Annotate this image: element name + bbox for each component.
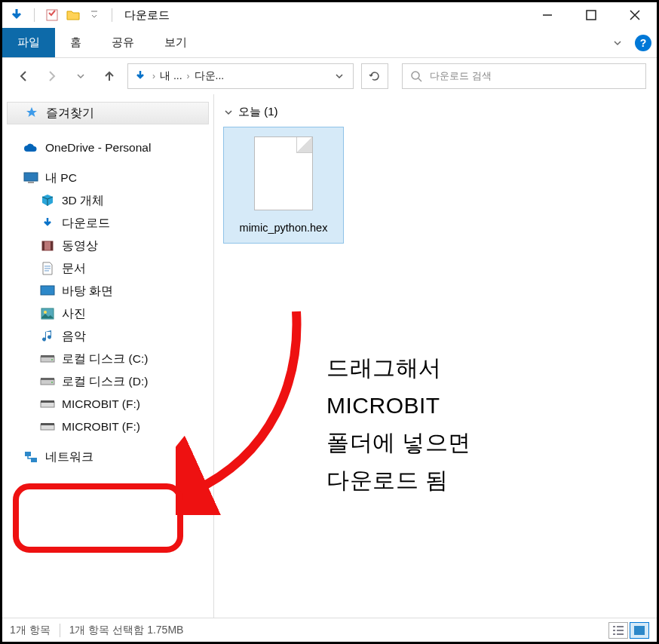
tree-label: 다운로드 [62, 216, 110, 232]
tree-label: 내 PC [45, 170, 77, 186]
refresh-button[interactable] [361, 63, 388, 89]
search-box[interactable]: 다운로드 검색 [402, 63, 646, 89]
tree-local-disk-d[interactable]: 로컬 디스크 (D:) [7, 370, 209, 393]
tab-file[interactable]: 파일 [2, 28, 55, 57]
back-button[interactable] [13, 66, 34, 87]
network-icon [23, 449, 38, 465]
svg-point-2 [412, 72, 419, 79]
tree-label: 바탕 화면 [62, 284, 113, 299]
tree-microbit-f[interactable]: MICROBIT (F:) [7, 416, 209, 438]
tab-share[interactable]: 공유 [97, 28, 149, 57]
details-view-button[interactable] [608, 622, 628, 639]
svg-rect-21 [25, 452, 31, 456]
music-icon [40, 329, 55, 344]
titlebar: 다운로드 [2, 2, 657, 28]
svg-rect-4 [28, 182, 34, 183]
up-button[interactable] [99, 66, 120, 87]
view-mode-buttons [608, 622, 649, 639]
usb-drive-icon [40, 419, 55, 434]
ribbon-collapse-icon[interactable] [605, 28, 630, 57]
tree-this-pc[interactable]: 내 PC [7, 167, 209, 189]
annotation-line: MICROBIT [326, 387, 471, 425]
tree-microbit-f[interactable]: MICROBIT (F:) [7, 393, 209, 416]
svg-rect-12 [41, 355, 54, 357]
annotation-line: 드래그해서 [326, 349, 471, 387]
ribbon-tabs: 파일 홈 공유 보기 ? [2, 28, 657, 58]
tree-label: 음악 [62, 329, 86, 345]
tree-label: 즐겨찾기 [46, 106, 94, 121]
tab-home[interactable]: 홈 [55, 28, 97, 57]
forward-button[interactable] [41, 66, 63, 87]
tree-label: 로컬 디스크 (D:) [62, 374, 148, 390]
breadcrumb-segment[interactable]: 내 ... [160, 69, 182, 83]
folder-icon[interactable] [65, 7, 81, 23]
file-icon [254, 136, 313, 210]
tree-label: 로컬 디스크 (C:) [62, 351, 148, 367]
tree-onedrive[interactable]: OneDrive - Personal [7, 136, 209, 159]
status-selection: 1개 항목 선택함 1.75MB [69, 624, 184, 637]
tree-pictures[interactable]: 사진 [7, 302, 209, 325]
tree-label: OneDrive - Personal [45, 141, 151, 155]
desktop-icon [40, 284, 55, 299]
qat-dropdown-icon[interactable] [86, 7, 103, 23]
quick-access-toolbar [8, 7, 117, 23]
tree-music[interactable]: 음악 [7, 325, 209, 348]
tab-view[interactable]: 보기 [149, 28, 202, 57]
svg-rect-3 [24, 173, 38, 181]
picture-icon [40, 306, 55, 321]
annotation-line: 다운로드 됨 [326, 462, 471, 499]
cube-icon [40, 193, 55, 208]
properties-icon[interactable] [44, 7, 60, 23]
tree-network[interactable]: 네트워크 [7, 446, 209, 468]
usb-drive-icon [40, 397, 55, 412]
tree-label: MICROBIT (F:) [62, 420, 140, 434]
tree-documents[interactable]: 문서 [7, 257, 209, 280]
monitor-icon [23, 170, 38, 186]
chevron-down-icon[interactable] [223, 107, 234, 118]
download-folder-icon [133, 69, 148, 84]
chevron-right-icon[interactable]: › [187, 71, 190, 81]
svg-rect-15 [41, 378, 54, 380]
breadcrumb-segment[interactable]: 다운... [195, 69, 225, 83]
thumbnails-view-button[interactable] [630, 622, 649, 639]
svg-point-10 [44, 311, 47, 314]
svg-rect-19 [41, 425, 54, 430]
status-bar: 1개 항목 1개 항목 선택함 1.75MB [2, 618, 657, 642]
recent-dropdown-icon[interactable] [70, 66, 91, 87]
group-header[interactable]: 오늘 (1) [223, 105, 648, 119]
close-button[interactable] [613, 2, 657, 28]
svg-rect-6 [42, 241, 44, 250]
chevron-right-icon[interactable]: › [152, 71, 155, 81]
tree-local-disk-c[interactable]: 로컬 디스크 (C:) [7, 348, 209, 370]
tree-label: MICROBIT (F:) [62, 397, 140, 411]
svg-rect-7 [51, 241, 53, 250]
help-button[interactable]: ? [630, 28, 657, 57]
status-item-count: 1개 항목 [10, 624, 51, 637]
navigation-bar: › 내 ... › 다운... 다운로드 검색 [2, 58, 657, 94]
drive-icon [40, 374, 55, 389]
tree-downloads[interactable]: 다운로드 [7, 212, 209, 235]
star-icon [24, 106, 39, 121]
tree-quick-access[interactable]: 즐겨찾기 [7, 102, 209, 124]
svg-rect-17 [41, 402, 54, 407]
tree-3d-objects[interactable]: 3D 개체 [7, 189, 209, 212]
tree-desktop[interactable]: 바탕 화면 [7, 280, 209, 302]
svg-rect-20 [41, 423, 54, 425]
svg-point-13 [51, 359, 53, 360]
file-item-selected[interactable]: mimic_python.hex [223, 127, 344, 244]
file-name: mimic_python.hex [240, 221, 328, 235]
address-dropdown-icon[interactable] [330, 72, 348, 81]
download-arrow-icon [40, 216, 55, 231]
drive-icon [40, 351, 55, 366]
minimize-button[interactable] [526, 2, 569, 28]
svg-rect-18 [41, 400, 54, 403]
tree-label: 3D 개체 [62, 193, 104, 209]
tree-videos[interactable]: 동영상 [7, 235, 209, 257]
download-arrow-icon[interactable] [8, 7, 25, 23]
address-bar[interactable]: › 내 ... › 다운... [127, 63, 354, 89]
film-icon [40, 238, 55, 253]
help-icon: ? [635, 35, 651, 51]
svg-rect-1 [587, 11, 596, 20]
window-controls [526, 2, 657, 28]
maximize-button[interactable] [569, 2, 613, 28]
